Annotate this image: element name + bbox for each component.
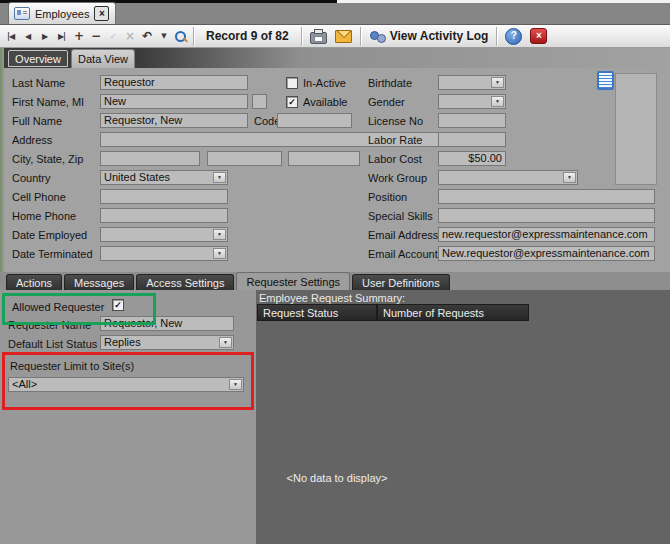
email-address-label: Email Address <box>368 228 438 242</box>
no-data-text: <No data to display> <box>272 472 402 484</box>
chevron-down-icon[interactable]: ▼ <box>213 248 226 259</box>
site-limit-select[interactable]: <All> ▼ <box>8 377 244 392</box>
tab-data-view[interactable]: Data View <box>71 49 135 68</box>
column-header-number-of-requests[interactable]: Number of Requests <box>377 304 529 321</box>
tab-messages[interactable]: Messages <box>64 274 134 291</box>
position-label: Position <box>368 190 407 204</box>
chevron-down-icon[interactable]: ▼ <box>229 379 242 390</box>
allowed-requester-checkbox[interactable]: ✓ <box>112 299 124 311</box>
print-button[interactable] <box>306 26 331 46</box>
tab-actions[interactable]: Actions <box>6 274 62 291</box>
home-phone-label: Home Phone <box>12 209 76 223</box>
tab-employees[interactable]: Employees × <box>8 2 116 24</box>
column-header-request-status[interactable]: Request Status <box>257 304 377 321</box>
post-edit-button[interactable]: ✓ <box>104 28 121 45</box>
close-tab-icon[interactable]: × <box>94 6 109 21</box>
detail-tab-bar: Actions Messages Access Settings Request… <box>0 272 670 291</box>
document-tab-bar: Employees × <box>0 3 670 25</box>
labor-cost-label: Labor Cost <box>368 152 422 166</box>
close-icon: × <box>530 28 547 44</box>
code-field[interactable] <box>277 113 352 128</box>
birthdate-select[interactable]: ▼ <box>438 75 506 90</box>
chevron-down-icon[interactable]: ▼ <box>491 77 504 88</box>
email-address-field[interactable]: new.requestor@expressmaintenance.com <box>438 227 655 242</box>
license-no-field[interactable] <box>438 113 506 128</box>
date-employed-label: Date Employed <box>12 228 87 242</box>
city-field[interactable] <box>100 151 200 166</box>
search-icon <box>175 31 186 42</box>
available-label: Available <box>303 95 347 109</box>
license-no-label: License No <box>368 114 423 128</box>
gender-select[interactable]: ▼ <box>438 94 506 109</box>
help-icon: ? <box>505 28 522 45</box>
labor-cost-field[interactable]: $50.00 <box>438 151 506 166</box>
chevron-down-icon[interactable]: ▼ <box>213 172 226 183</box>
email-button[interactable] <box>331 26 356 46</box>
city-state-zip-label: City, State, Zip <box>12 152 83 166</box>
in-active-checkbox[interactable] <box>286 77 298 89</box>
refresh-button[interactable]: ↶ <box>138 28 155 45</box>
tab-access-settings[interactable]: Access Settings <box>136 274 234 291</box>
close-form-button[interactable]: × <box>526 26 551 46</box>
people-icon <box>369 30 386 43</box>
special-skills-field[interactable] <box>438 208 655 223</box>
email-account-field[interactable]: New.requestor@expressmaintenance.com <box>438 246 655 261</box>
employee-photo-placeholder <box>615 73 657 185</box>
toolbar-separator <box>193 27 194 46</box>
labor-rate-label: Labor Rate <box>368 133 422 147</box>
nav-next-button[interactable]: ▶ <box>36 28 53 45</box>
nav-prior-button[interactable]: ◀ <box>19 28 36 45</box>
check-icon: ✓ <box>114 301 122 310</box>
gender-label: Gender <box>368 95 405 109</box>
full-name-label: Full Name <box>12 114 62 128</box>
toolbar: |◀ ◀ ▶ ▶| + − ✓ × ↶ ▼ Record 9 of 82 Vie… <box>0 25 670 48</box>
chevron-down-icon[interactable]: ▼ <box>563 172 576 183</box>
nav-last-button[interactable]: ▶| <box>53 28 70 45</box>
date-terminated-select[interactable]: ▼ <box>100 246 228 261</box>
email-account-label: Email Account <box>368 247 438 261</box>
available-checkbox[interactable]: ✓ <box>286 96 298 108</box>
view-activity-log-button[interactable]: View Activity Log <box>365 26 493 46</box>
date-terminated-label: Date Terminated <box>12 247 93 261</box>
request-summary-title: Employee Request Summary: <box>259 292 405 304</box>
tab-overview[interactable]: Overview <box>8 50 68 67</box>
tab-user-definitions[interactable]: User Definitions <box>352 274 450 291</box>
insert-record-button[interactable]: + <box>70 28 87 45</box>
first-name-field[interactable]: New <box>100 94 248 109</box>
cancel-edit-button[interactable]: × <box>121 28 138 45</box>
cell-phone-field[interactable] <box>100 189 228 204</box>
delete-record-button[interactable]: − <box>87 28 104 45</box>
help-button[interactable]: ? <box>501 26 526 46</box>
chevron-down-icon[interactable]: ▼ <box>213 229 226 240</box>
cell-phone-label: Cell Phone <box>12 190 66 204</box>
employees-window: Employees × |◀ ◀ ▶ ▶| + − ✓ × ↶ ▼ Record… <box>0 0 670 544</box>
notes-icon[interactable] <box>597 71 614 90</box>
country-select[interactable]: United States ▼ <box>100 170 228 185</box>
default-list-status-select[interactable]: Replies ▼ <box>100 335 234 350</box>
last-name-field[interactable]: Requestor <box>100 75 248 90</box>
request-summary-panel <box>256 290 670 544</box>
last-name-label: Last Name <box>12 76 65 90</box>
employees-card-icon <box>14 7 30 20</box>
labor-rate-field[interactable] <box>438 132 506 147</box>
zip-field[interactable] <box>288 151 360 166</box>
work-group-select[interactable]: ▼ <box>438 170 578 185</box>
tab-requester-settings[interactable]: Requester Settings <box>236 272 350 291</box>
search-button[interactable] <box>172 28 189 45</box>
full-name-field[interactable]: Requestor, New <box>100 113 248 128</box>
nav-first-button[interactable]: |◀ <box>2 28 19 45</box>
tab-employees-label: Employees <box>35 8 89 20</box>
toolbar-separator <box>301 27 302 46</box>
toolbar-separator <box>360 27 361 46</box>
chevron-down-icon[interactable]: ▼ <box>491 96 504 107</box>
toolbar-separator <box>496 27 497 46</box>
requester-name-field[interactable]: Requestor, New <box>100 316 234 331</box>
filter-button[interactable]: ▼ <box>155 28 172 45</box>
position-field[interactable] <box>438 189 655 204</box>
chevron-down-icon[interactable]: ▼ <box>219 337 232 348</box>
site-limit-label: Requester Limit to Site(s) <box>10 359 134 373</box>
home-phone-field[interactable] <box>100 208 228 223</box>
state-field[interactable] <box>207 151 282 166</box>
date-employed-select[interactable]: ▼ <box>100 227 228 242</box>
middle-initial-field[interactable] <box>252 94 267 109</box>
